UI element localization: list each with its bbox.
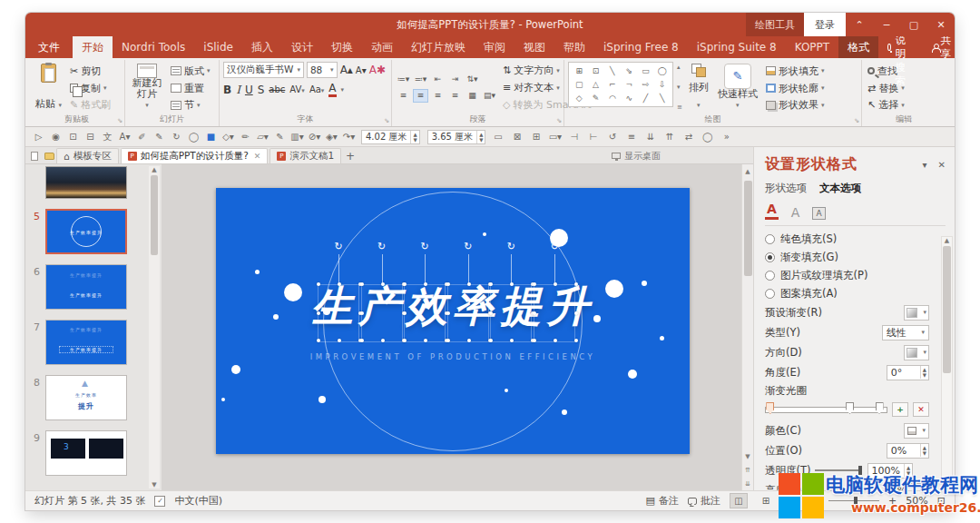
paragraph-button-row2-3[interactable]: ≡	[430, 89, 446, 103]
scrollbar-thumb[interactable]	[151, 175, 158, 255]
shape-gallery-item-17[interactable]: ╱	[637, 92, 653, 105]
paragraph-button-row1-1[interactable]: ≔▾	[396, 73, 411, 86]
ribbon-tab-动画[interactable]: 动画	[362, 36, 402, 58]
gradient-direction-button[interactable]: ▾	[904, 345, 929, 360]
selected-char-box-率[interactable]	[447, 284, 489, 342]
shape-gallery-item-3[interactable]: ╲	[604, 64, 621, 77]
document-tab-1[interactable]: ⌂模板专区	[56, 148, 119, 163]
selected-char-box-升[interactable]	[534, 284, 575, 342]
selection-handle[interactable]	[403, 339, 407, 342]
paragraph-button-row1-3[interactable]: ⇤	[430, 73, 446, 86]
shape-gallery-item-16[interactable]: ∿	[621, 92, 637, 105]
shape-gallery-item-2[interactable]: ⊡	[587, 64, 603, 77]
new-tab-button[interactable]: +	[343, 149, 358, 163]
qat-shape-outline-icon[interactable]: ▱▾	[255, 130, 270, 144]
stop-color-button[interactable]: ▾	[904, 423, 929, 439]
grow-font-button[interactable]: A▴	[340, 64, 353, 76]
clipboard-dialog-launcher[interactable]: ⇘	[117, 117, 122, 124]
qat-send-backward-icon[interactable]: ⇊	[642, 130, 658, 144]
qat-rect-icon[interactable]: ▭▾	[547, 130, 563, 144]
ribbon-tab-iSpring Suite 8[interactable]: iSpring Suite 8	[688, 36, 786, 58]
selection-handle[interactable]	[360, 282, 364, 286]
qat-selection-pane-icon[interactable]: ⊡	[65, 130, 81, 144]
qat-distribute-icon[interactable]: ≡	[623, 130, 639, 144]
shape-gallery-item-15[interactable]: ◠	[604, 92, 621, 105]
shape-gallery-item-9[interactable]: ⌐	[604, 77, 621, 91]
selection-handle[interactable]	[317, 282, 320, 286]
selection-handle[interactable]	[446, 311, 450, 315]
paragraph-dialog-launcher[interactable]: ⇘	[556, 117, 562, 124]
selection-handle[interactable]	[574, 311, 578, 315]
cut-button[interactable]: ✂剪切	[68, 64, 113, 79]
selection-handle[interactable]	[446, 339, 450, 342]
shape-gallery-item-13[interactable]: ◇	[571, 92, 587, 105]
qat-no-fill-icon[interactable]: ⊘▾	[307, 130, 322, 144]
slide-thumbnail-partial[interactable]	[45, 166, 127, 199]
shape-gallery-item-5[interactable]: ▭	[637, 64, 653, 77]
paragraph-button-row2-5[interactable]: ▦	[465, 89, 480, 103]
selection-handle[interactable]	[360, 311, 364, 315]
gradient-type-dropdown[interactable]: 线性▾	[882, 325, 929, 340]
shape-gallery-item-18[interactable]: ╲	[654, 92, 671, 105]
selected-char-box-生[interactable]	[318, 284, 359, 342]
qat-text-box-icon[interactable]: ⊟	[83, 130, 98, 144]
selection-handle[interactable]	[317, 339, 320, 342]
font-size-combo[interactable]: 88▾	[307, 62, 338, 78]
qat-rotate-icon[interactable]: ↷▾	[341, 130, 357, 144]
format-painter-button[interactable]: ✎格式刷	[68, 97, 113, 113]
slide-thumbnail-6[interactable]: 生产效率提升生产效率提升	[45, 264, 127, 310]
layout-button[interactable]: 版式 ▾	[169, 64, 212, 79]
change-case-button[interactable]: Aa▾	[309, 84, 324, 94]
gallery-down-icon[interactable]: ▾	[677, 84, 682, 91]
thumbnail-scrollbar[interactable]: ▲ ▼	[149, 166, 160, 488]
selection-handle[interactable]	[360, 339, 364, 342]
selection-handle[interactable]	[317, 311, 320, 315]
selected-char-box-提[interactable]	[490, 284, 532, 342]
ribbon-tab-iSlide[interactable]: iSlide	[194, 36, 242, 58]
selection-handle[interactable]	[381, 339, 385, 342]
underline-button[interactable]: U	[245, 84, 253, 96]
share-button[interactable]: 共享	[919, 36, 955, 58]
paragraph-button-row1-4[interactable]: ⇥	[447, 73, 463, 86]
select-button[interactable]: ↖选择 ▾	[866, 97, 906, 113]
qat-oval-icon[interactable]: ◯	[186, 130, 201, 144]
rotate-handle-icon[interactable]: ↻	[548, 241, 561, 253]
qat-bring-forward-icon[interactable]: ⇈	[662, 130, 677, 144]
selection-handle[interactable]	[467, 339, 471, 342]
ribbon-tab-插入[interactable]: 插入	[242, 36, 282, 58]
qat-group-icon[interactable]: ⊞	[528, 130, 544, 144]
qat-more-icon[interactable]: »	[719, 130, 734, 144]
selection-handle[interactable]	[446, 282, 450, 286]
selection-handle[interactable]	[403, 311, 407, 315]
ribbon-tab-帮助[interactable]: 帮助	[554, 36, 594, 58]
position-spinner[interactable]: 0%▲▼	[887, 443, 929, 459]
shape-height-field[interactable]: 3.65 厘米 ▲▼	[427, 130, 486, 144]
rotate-handle-icon[interactable]: ↻	[418, 241, 431, 253]
shape-fill-button[interactable]: 形状填充 ▾	[764, 64, 827, 79]
previous-slide-button[interactable]: ⇈	[742, 463, 753, 477]
text-effects-icon[interactable]: A	[791, 205, 800, 220]
preset-gradient-button[interactable]: ▾	[904, 305, 929, 321]
qat-chart-icon[interactable]: ▥▾	[289, 130, 305, 144]
maximize-button[interactable]: ▢	[900, 13, 927, 36]
shape-width-field[interactable]: 4.02 厘米 ▲▼	[361, 130, 420, 144]
qat-rotate-left-icon[interactable]: ↺	[604, 130, 620, 144]
slide-thumbnail-5[interactable]: 生产效率提升	[45, 209, 127, 254]
document-tab-3[interactable]: P演示文稿1	[270, 148, 341, 163]
shape-gallery-item-4[interactable]: ⇘	[621, 64, 637, 77]
rotate-handle-icon[interactable]: ↻	[505, 241, 517, 253]
fill-option-4[interactable]: 图案填充(A)	[765, 284, 929, 302]
shape-effects-button[interactable]: 形状效果 ▾	[764, 97, 827, 113]
selection-handle[interactable]	[510, 339, 514, 342]
selection-handle[interactable]	[554, 339, 557, 342]
angle-spinner[interactable]: 0°▲▼	[887, 365, 929, 380]
arrange-button[interactable]: 排列▾	[686, 62, 711, 113]
paragraph-button-row2-6[interactable]: ▤▾	[482, 89, 497, 103]
selection-handle[interactable]	[489, 311, 493, 315]
font-dialog-launcher[interactable]: ⇘	[384, 117, 389, 124]
qat-slideshow-icon[interactable]: ▷	[31, 130, 46, 144]
add-gradient-stop-button[interactable]: +	[892, 402, 908, 417]
shrink-font-button[interactable]: A▾	[356, 65, 367, 75]
textbox-icon[interactable]: A	[812, 207, 825, 220]
ribbon-tab-视图[interactable]: 视图	[514, 36, 554, 58]
